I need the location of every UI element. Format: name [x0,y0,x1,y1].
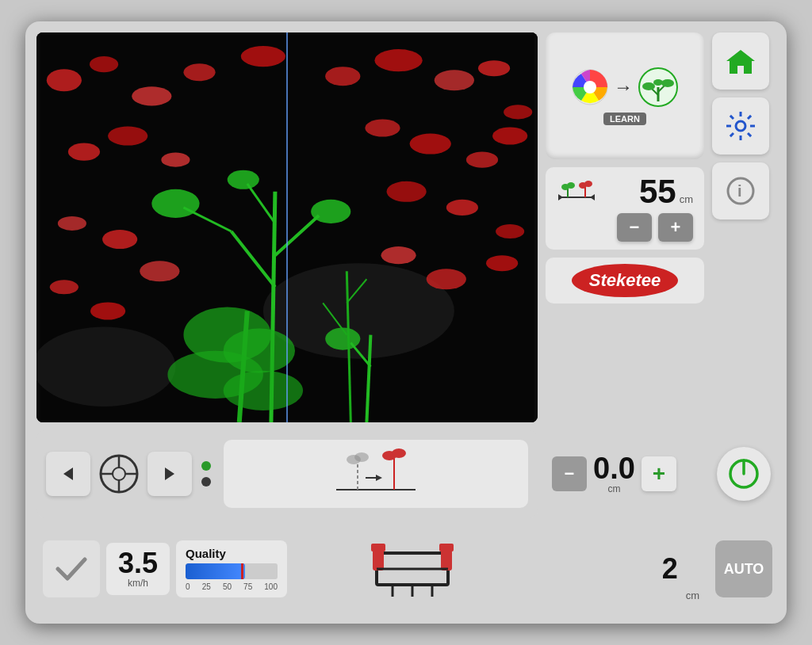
quality-label-50: 50 [223,582,232,591]
svg-point-26 [427,269,466,289]
svg-point-12 [504,105,532,119]
quality-bar-labels: 0 25 50 75 100 [186,582,278,591]
info-icon: i [726,177,755,205]
adjust-panel[interactable] [224,440,528,508]
svg-marker-87 [165,468,174,480]
center-line [286,32,288,422]
svg-point-18 [466,152,498,168]
svg-point-57 [661,79,674,87]
right-arrow-icon [160,464,179,483]
spacing-minus-button[interactable]: − [617,213,652,242]
spacing-plus-button[interactable]: + [658,213,693,242]
bottom-bar: 3.5 km/h Quality 0 25 50 75 100 [36,525,538,613]
bottom-right: 2 cm [546,525,704,613]
spacing-value: 55 [639,175,676,208]
svg-point-46 [325,328,360,350]
svg-point-24 [496,224,524,239]
power-icon [727,457,760,490]
svg-point-25 [381,246,416,264]
spacing-unit: cm [680,193,693,205]
nav-left-button[interactable] [46,452,90,496]
svg-point-10 [435,70,474,90]
svg-point-28 [50,280,79,294]
row-spacing-icon [557,180,596,204]
settings-button[interactable] [712,97,769,155]
depth-unit: cm [686,590,699,601]
svg-line-77 [730,133,733,136]
quality-label-100: 100 [264,582,278,591]
auto-button-container: AUTO [712,525,776,613]
svg-point-3 [47,69,82,91]
svg-marker-60 [558,194,563,200]
svg-point-5 [132,86,171,105]
svg-rect-103 [439,544,454,551]
svg-point-14 [108,126,147,145]
brand-name: Steketee [572,264,679,297]
home-icon [725,47,756,75]
svg-point-34 [151,189,199,218]
svg-point-91 [354,452,369,462]
svg-point-20 [58,216,86,231]
check-button[interactable] [43,540,100,597]
row-spacing-panel: 55 cm − + [546,167,704,250]
svg-point-22 [387,181,427,202]
speed-value: 3.5 [118,549,158,578]
offset-unit: cm [607,483,620,494]
cultivator-icon [369,537,456,601]
steering-wheel [97,452,141,496]
learn-button[interactable]: → LEARN [546,32,704,159]
svg-line-75 [748,133,751,136]
indicator-dot-2 [201,477,211,487]
svg-point-51 [584,81,596,94]
speed-unit: km/h [128,578,148,589]
info-button[interactable]: i [712,162,769,219]
svg-line-74 [730,116,733,119]
offset-plus-button[interactable]: + [642,456,676,491]
quality-label: Quality [186,547,278,560]
color-wheel-icon [571,68,609,106]
svg-marker-61 [590,194,595,200]
quality-bar [186,563,278,579]
quality-label-75: 75 [243,582,252,591]
learn-label: LEARN [603,113,646,125]
quality-label-0: 0 [186,582,190,591]
power-button[interactable] [717,447,771,501]
speed-panel: 3.5 km/h [106,543,170,595]
power-row [712,430,776,517]
left-arrow-icon [59,464,78,483]
svg-marker-93 [376,475,382,481]
svg-point-69 [736,121,745,131]
svg-point-56 [642,82,655,90]
svg-point-30 [140,261,179,281]
home-button[interactable] [712,32,769,90]
svg-point-82 [113,468,125,480]
camera-view [36,32,538,422]
learn-plant-icon [638,67,679,108]
offset-controls: − 0.0 cm + [546,430,704,517]
svg-point-4 [90,56,118,72]
learn-arrow-icon: → [614,76,633,98]
svg-point-6 [183,63,215,81]
implement-icon [293,537,531,601]
svg-point-8 [325,67,360,86]
svg-line-76 [748,116,751,119]
settings-icon [725,110,756,142]
svg-rect-101 [371,544,385,551]
quality-label-25: 25 [202,582,211,591]
row-adjust-icon [332,446,419,502]
indicator-dots [201,461,211,487]
svg-point-58 [653,79,663,86]
auto-button[interactable]: AUTO [715,540,772,597]
svg-point-23 [446,200,478,216]
check-icon [56,556,87,582]
svg-point-11 [478,60,510,76]
svg-point-21 [102,230,137,249]
offset-minus-button[interactable]: − [552,456,587,491]
offset-value: 0.0 [593,453,635,483]
svg-point-67 [584,181,592,187]
svg-point-38 [228,170,259,189]
svg-point-29 [90,302,125,319]
svg-point-9 [374,49,422,71]
nav-right-button[interactable] [147,452,192,496]
svg-marker-80 [63,468,73,480]
